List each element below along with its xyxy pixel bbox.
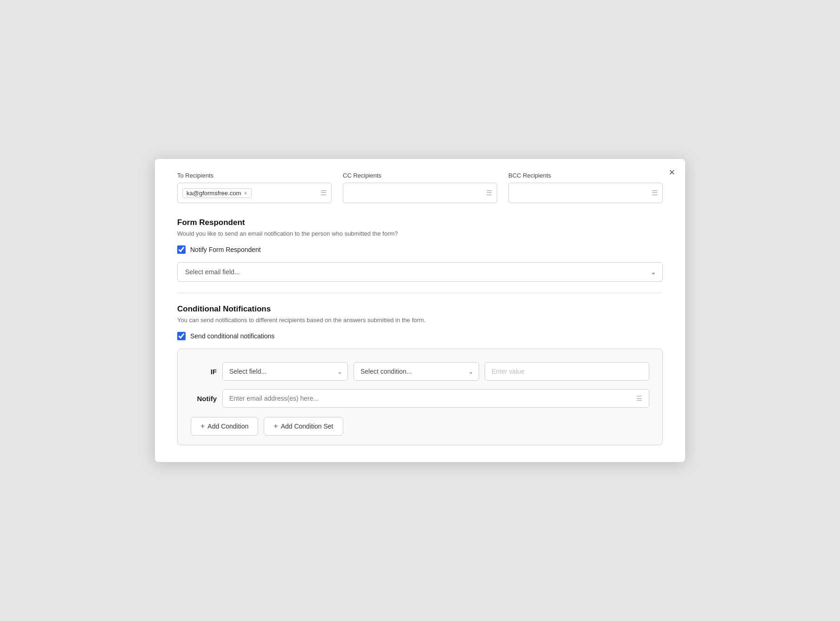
form-respondent-section: Form Respondent Would you like to send a… xyxy=(177,218,663,282)
add-buttons-row: + Add Condition + Add Condition Set xyxy=(191,417,649,436)
to-recipients-group: To Recipients ka@gformsfree.com × ☰ xyxy=(177,172,332,203)
conditional-box: IF Select field... ⌄ Select condition...… xyxy=(177,349,663,445)
notify-label: Notify xyxy=(191,395,217,403)
email-tag-remove[interactable]: × xyxy=(244,190,247,197)
select-condition-wrapper: Select condition... ⌄ xyxy=(353,362,479,381)
email-tag-value: ka@gformsfree.com xyxy=(187,190,241,197)
select-email-field[interactable]: Select email field... xyxy=(177,262,663,282)
to-recipients-label: To Recipients xyxy=(177,172,332,179)
add-condition-set-plus-icon: + xyxy=(273,422,278,430)
form-respondent-title: Form Respondent xyxy=(177,218,663,227)
send-conditional-checkbox-row: Send conditional notifications xyxy=(177,332,663,340)
conditional-notifications-section: Conditional Notifications You can send n… xyxy=(177,304,663,445)
bcc-input-icon: ☰ xyxy=(652,189,658,197)
add-condition-set-button[interactable]: + Add Condition Set xyxy=(264,417,343,436)
add-condition-plus-icon: + xyxy=(200,422,205,430)
close-button[interactable]: × xyxy=(669,167,675,178)
cc-recipients-group: CC Recipients ☰ xyxy=(343,172,497,203)
to-recipients-input-box[interactable]: ka@gformsfree.com × ☰ xyxy=(177,183,332,203)
send-conditional-checkbox[interactable] xyxy=(177,332,186,340)
select-field-dropdown[interactable]: Select field... xyxy=(222,362,348,381)
recipients-row: To Recipients ka@gformsfree.com × ☰ CC R… xyxy=(177,172,663,203)
notify-input-box[interactable]: ☰ xyxy=(222,389,649,408)
section-divider xyxy=(177,293,663,293)
email-tag: ka@gformsfree.com × xyxy=(182,188,252,198)
bcc-recipients-group: BCC Recipients ☰ xyxy=(508,172,663,203)
form-respondent-desc: Would you like to send an email notifica… xyxy=(177,230,663,237)
notify-respondent-label: Notify Form Respondent xyxy=(190,246,261,253)
if-label: IF xyxy=(191,368,217,376)
select-email-wrapper: Select email field... ⌄ xyxy=(177,262,663,282)
notify-input-icon: ☰ xyxy=(636,395,642,402)
bcc-recipients-input-box[interactable]: ☰ xyxy=(508,183,663,203)
conditional-notifications-title: Conditional Notifications xyxy=(177,304,663,314)
add-condition-set-label: Add Condition Set xyxy=(281,423,333,430)
select-field-wrapper: Select field... ⌄ xyxy=(222,362,348,381)
notify-email-input[interactable] xyxy=(229,395,633,402)
condition-value-input[interactable] xyxy=(485,362,649,381)
notify-respondent-checkbox[interactable] xyxy=(177,245,186,254)
modal: × To Recipients ka@gformsfree.com × ☰ CC… xyxy=(155,159,685,462)
modal-body: To Recipients ka@gformsfree.com × ☰ CC R… xyxy=(155,159,685,462)
send-conditional-label: Send conditional notifications xyxy=(190,332,274,340)
select-condition-dropdown[interactable]: Select condition... xyxy=(353,362,479,381)
notify-respondent-checkbox-row: Notify Form Respondent xyxy=(177,245,663,254)
conditional-notifications-desc: You can send notifications to different … xyxy=(177,317,663,324)
add-condition-label: Add Condition xyxy=(207,423,248,430)
cc-input-icon: ☰ xyxy=(486,189,492,197)
cc-recipients-input-box[interactable]: ☰ xyxy=(343,183,497,203)
if-condition-row: IF Select field... ⌄ Select condition...… xyxy=(191,362,649,381)
cc-recipients-label: CC Recipients xyxy=(343,172,497,179)
bcc-recipients-label: BCC Recipients xyxy=(508,172,663,179)
recipient-input-icon: ☰ xyxy=(320,189,327,197)
add-condition-button[interactable]: + Add Condition xyxy=(191,417,258,436)
notify-row: Notify ☰ xyxy=(191,389,649,408)
